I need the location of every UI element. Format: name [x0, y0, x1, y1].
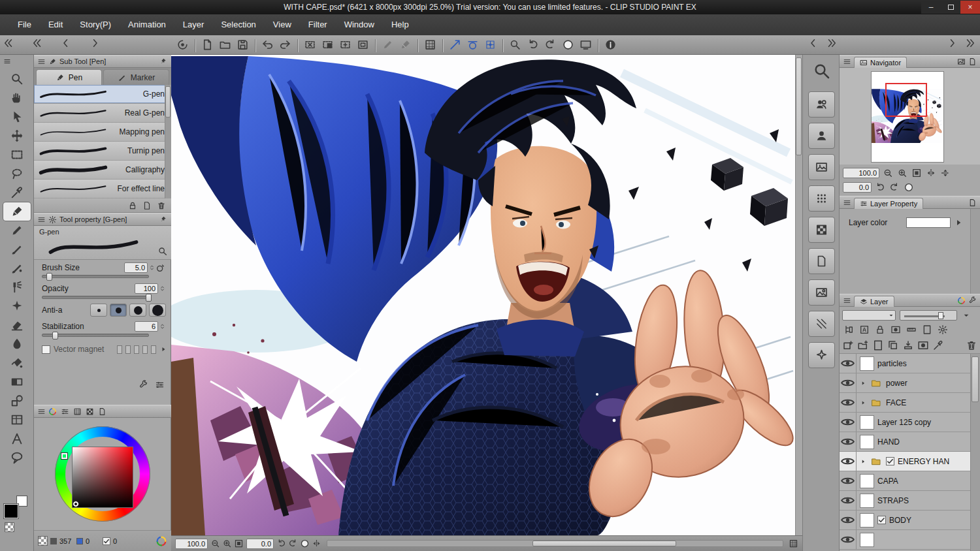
- param-value[interactable]: 100: [135, 283, 158, 294]
- figure-tool[interactable]: [3, 392, 31, 410]
- menu-selection[interactable]: Selection: [212, 14, 264, 35]
- navigator-zoom-value[interactable]: 100.0: [843, 168, 879, 178]
- layer-row[interactable]: power: [840, 373, 970, 393]
- layer-property-scrollbar[interactable]: [970, 209, 980, 294]
- mask-icon[interactable]: [890, 324, 901, 335]
- panel-menu-icon[interactable]: [37, 215, 46, 224]
- info-button[interactable]: [602, 37, 619, 53]
- layer-checkbox[interactable]: [886, 457, 894, 465]
- transparent-chip[interactable]: [38, 536, 48, 546]
- layer-search-icon[interactable]: [957, 296, 966, 305]
- menu-file[interactable]: File: [9, 14, 40, 35]
- gradient-tool[interactable]: [3, 373, 31, 391]
- spinner-icon[interactable]: [159, 321, 166, 332]
- layer-visibility-toggle[interactable]: [840, 354, 857, 373]
- balloon-tool[interactable]: [3, 449, 31, 467]
- layer-visibility-toggle[interactable]: [840, 393, 857, 412]
- slider-thumb[interactable]: [146, 294, 152, 302]
- layer-row[interactable]: ENERGY HAN: [840, 452, 970, 471]
- slider-thumb[interactable]: [52, 332, 58, 339]
- menu-window[interactable]: Window: [336, 14, 383, 35]
- material-halftone-button[interactable]: [808, 185, 835, 212]
- value-checkbox[interactable]: [103, 537, 110, 545]
- subtool-tab-pen[interactable]: Pen: [36, 69, 102, 85]
- zoom-out-icon[interactable]: [210, 539, 220, 548]
- zoom-in-icon[interactable]: [222, 539, 232, 548]
- layer-thumbnail[interactable]: [860, 356, 874, 371]
- marquee-tool[interactable]: [3, 146, 31, 164]
- navigator-rotation-value[interactable]: 0.0: [843, 182, 872, 193]
- hand-tool[interactable]: [3, 89, 31, 107]
- canvas-zoom-value[interactable]: 100.0: [175, 539, 208, 549]
- menu-layer[interactable]: Layer: [174, 14, 213, 35]
- rotate-right-icon[interactable]: [889, 182, 900, 193]
- hue-marker[interactable]: [61, 453, 67, 459]
- pen-tool[interactable]: [3, 202, 31, 221]
- rotate-left-button[interactable]: [524, 37, 542, 53]
- menu-animation[interactable]: Animation: [120, 14, 174, 35]
- frame-tool[interactable]: [3, 411, 31, 429]
- pencil-button[interactable]: [379, 37, 397, 53]
- text-tool[interactable]: [3, 430, 31, 448]
- saturation-value-square[interactable]: [72, 447, 133, 508]
- menu-storyp[interactable]: Story(P): [71, 14, 120, 35]
- decoration-tool[interactable]: [3, 297, 31, 315]
- resize-grip-icon[interactable]: [789, 539, 798, 548]
- pin-icon[interactable]: [159, 57, 168, 66]
- subtool-item[interactable]: Real G-pen: [34, 104, 171, 123]
- layer-thumbnail[interactable]: [860, 494, 874, 508]
- snap-to-grid-button[interactable]: [482, 37, 499, 53]
- zoom-in-icon[interactable]: [897, 168, 907, 178]
- layer-row[interactable]: BODY: [840, 511, 970, 530]
- material-people-button[interactable]: [808, 91, 835, 118]
- ruler-icon-icon[interactable]: [906, 324, 917, 335]
- maximize-button[interactable]: [941, 1, 960, 14]
- folder-expand-arrow[interactable]: [860, 400, 866, 406]
- select-border-button[interactable]: [354, 37, 372, 53]
- flip-h-icon[interactable]: [312, 539, 321, 548]
- item-bank-icon[interactable]: [968, 57, 977, 66]
- panel-menu-icon[interactable]: [843, 296, 851, 305]
- sub-color-swatch[interactable]: [17, 496, 27, 506]
- blend-mode-combobox[interactable]: [842, 310, 896, 321]
- layer-visibility-toggle[interactable]: [840, 432, 857, 451]
- merge-down-icon[interactable]: [902, 339, 914, 351]
- opacity-dropdown-icon[interactable]: [961, 310, 972, 321]
- panel-menu-icon[interactable]: [843, 198, 851, 207]
- pin-icon[interactable]: [159, 215, 168, 224]
- lasso-tool[interactable]: [3, 165, 31, 183]
- chevron-left-icon[interactable]: [808, 37, 819, 49]
- subtool-scrollbar-thumb[interactable]: [165, 86, 171, 118]
- layer-visibility-toggle[interactable]: [840, 530, 857, 549]
- new-layer-icon[interactable]: [842, 339, 854, 351]
- layer-row[interactable]: HAND: [840, 432, 970, 452]
- lock-icon[interactable]: [875, 324, 885, 335]
- subtool-item[interactable]: G-pen: [34, 85, 171, 104]
- chevrons-left-icon[interactable]: [3, 37, 14, 49]
- menu-help[interactable]: Help: [383, 14, 417, 35]
- layer-row[interactable]: CAPA: [840, 471, 970, 491]
- layer-row[interactable]: FACE: [840, 393, 970, 413]
- param-value[interactable]: 6: [135, 321, 158, 332]
- copy-layer-icon[interactable]: [887, 339, 899, 351]
- layer-row[interactable]: STRAPS: [840, 491, 970, 511]
- paper-icon[interactable]: [872, 339, 884, 351]
- material-decor-button[interactable]: [808, 342, 835, 368]
- layer-visibility-toggle[interactable]: [840, 511, 857, 529]
- layer-checkbox[interactable]: [877, 516, 886, 524]
- mask-icon[interactable]: [917, 339, 929, 351]
- layer-thumbnail[interactable]: [860, 474, 874, 488]
- brush-tool[interactable]: [3, 240, 31, 259]
- watercolor-tool[interactable]: [3, 259, 31, 277]
- layer-visibility-toggle[interactable]: [840, 373, 857, 392]
- param-slider[interactable]: [42, 334, 149, 337]
- page-icon[interactable]: [142, 201, 152, 210]
- canvas-vertical-scrollbar-thumb[interactable]: [796, 57, 802, 155]
- layer-property-tab[interactable]: Layer Property: [854, 198, 923, 209]
- minimize-button[interactable]: –: [921, 1, 941, 14]
- rotate-right-icon[interactable]: [288, 539, 298, 548]
- menu-filter[interactable]: Filter: [300, 14, 336, 35]
- checker-icon[interactable]: [86, 407, 94, 416]
- trash-icon[interactable]: [966, 339, 977, 351]
- navigator-tab[interactable]: Navigator: [854, 57, 907, 68]
